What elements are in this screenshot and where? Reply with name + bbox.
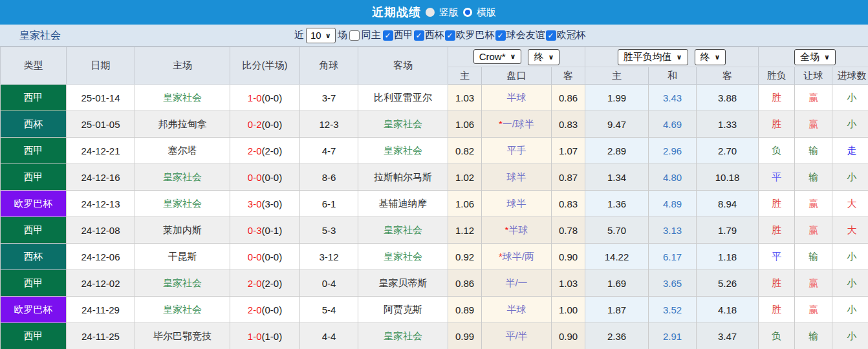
home-team: 邦弗拉甸拿	[135, 111, 230, 138]
league-checkbox-label: 球会友谊	[506, 29, 545, 41]
match-date: 24-12-08	[67, 217, 135, 244]
away-odds: 1.00	[552, 297, 585, 323]
handicap-cell: 半球	[482, 85, 552, 111]
corner-cell: 5-4	[300, 297, 358, 323]
sub-header-result: 胜负	[759, 67, 795, 85]
col-header-corner: 角球	[300, 47, 358, 85]
chevron-down-icon: ∨	[548, 53, 554, 61]
goals-result-cell: 小	[832, 111, 868, 138]
result-cell: 平	[759, 244, 795, 270]
scope-select[interactable]: 全场∨	[794, 49, 836, 65]
handicap-cell: 半球	[482, 297, 552, 323]
vertical-layout-radio[interactable]	[426, 8, 435, 17]
match-date: 24-12-16	[67, 164, 135, 191]
away-team: 皇家社会	[358, 244, 448, 270]
home-odds: 0.92	[448, 244, 482, 270]
col-header-score: 比分(半场)	[230, 47, 300, 85]
score-cell: 0-0(0-0)	[230, 164, 300, 191]
home-odds: 0.82	[448, 138, 482, 164]
top-title-bar: 近期战绩 竖版 横版	[0, 0, 868, 25]
spread-result-cell: 输	[795, 164, 832, 191]
match-date: 24-11-29	[67, 297, 135, 323]
chevron-down-icon: ∨	[677, 53, 682, 61]
avg-draw-odds: 4.80	[649, 164, 697, 191]
match-date: 25-01-05	[67, 111, 135, 138]
home-team: 干昆斯	[135, 244, 230, 270]
home-odds: 1.06	[448, 191, 482, 217]
match-date: 24-12-06	[67, 244, 135, 270]
home-team: 皇家社会	[135, 85, 230, 111]
away-team: 皇家社会	[358, 217, 448, 244]
avg-away-odds: 5.26	[697, 270, 759, 297]
score-cell: 2-0(2-0)	[230, 138, 300, 164]
home-team: 塞尔塔	[135, 138, 230, 164]
home-odds: 0.89	[448, 297, 482, 323]
horizontal-layout-radio[interactable]	[463, 8, 472, 17]
avg-draw-odds: 2.91	[649, 323, 697, 349]
match-date: 24-12-13	[67, 191, 135, 217]
home-team: 皇家社会	[135, 270, 230, 297]
col-header-home: 主场	[135, 47, 230, 85]
league-badge: 欧罗巴杯	[1, 297, 67, 323]
away-team: 阿贾克斯	[358, 297, 448, 323]
league-checkbox[interactable]: ✓	[445, 30, 455, 41]
odds-final-select[interactable]: 终∨	[528, 49, 559, 65]
results-table: 类型 日期 主场 比分(半场) 角球 客场 Crow*∨终∨ 胜平负均值∨终∨ …	[0, 47, 868, 349]
league-badge: 西甲	[1, 138, 67, 164]
home-odds: 1.12	[448, 217, 482, 244]
result-cell: 胜	[759, 85, 795, 111]
away-odds: 0.78	[552, 217, 585, 244]
sub-header-avg-away: 客	[697, 67, 759, 85]
league-checkbox[interactable]: ✓	[495, 30, 506, 41]
home-odds: 1.02	[448, 164, 482, 191]
avg-away-odds: 10.18	[697, 164, 759, 191]
league-badge: 西甲	[1, 164, 67, 191]
avg-away-odds: 1.18	[697, 244, 759, 270]
avg-away-odds: 3.47	[697, 323, 759, 349]
table-row: 西甲24-11-25毕尔巴鄂竞技1-0(1-0)4-4皇家社会0.99平/半0.…	[1, 323, 868, 349]
league-checkbox[interactable]: ✓	[414, 30, 424, 41]
home-odds: 1.06	[448, 111, 482, 138]
goals-result-cell: 小	[832, 244, 868, 270]
avg-draw-odds: 2.96	[649, 138, 697, 164]
avg-draw-odds: 3.13	[649, 217, 697, 244]
league-checkbox[interactable]: ✓	[383, 30, 393, 41]
recent-count-select[interactable]: 10 ∨	[306, 28, 336, 43]
home-team: 皇家社会	[135, 191, 230, 217]
avg-draw-odds: 3.52	[649, 297, 697, 323]
avg-away-odds: 3.88	[697, 85, 759, 111]
away-odds: 0.90	[552, 323, 585, 349]
avg-home-odds: 9.47	[585, 111, 649, 138]
match-date: 24-12-21	[67, 138, 135, 164]
match-date: 24-11-25	[67, 323, 135, 349]
avg-final-select[interactable]: 终∨	[695, 49, 726, 65]
chevron-down-icon: ∨	[824, 53, 830, 61]
corner-cell: 3-12	[300, 244, 358, 270]
league-badge: 西甲	[1, 323, 67, 349]
result-cell: 平	[759, 164, 795, 191]
league-badge: 西甲	[1, 85, 67, 111]
goals-result-cell: 大	[832, 217, 868, 244]
home-odds: 0.86	[448, 270, 482, 297]
result-cell: 胜	[759, 111, 795, 138]
avg-odds-select[interactable]: 胜平负均值∨	[618, 49, 688, 65]
league-checkbox[interactable]: ✓	[546, 30, 556, 41]
avg-home-odds: 1.99	[585, 85, 649, 111]
spread-result-cell: 赢	[795, 191, 832, 217]
same-home-checkbox[interactable]	[349, 30, 360, 41]
league-badge: 西甲	[1, 270, 67, 297]
table-row: 欧罗巴杯24-12-13皇家社会3-0(3-0)6-1基辅迪纳摩1.06球半0.…	[1, 191, 868, 217]
bookmaker-select[interactable]: Crow*∨	[473, 49, 522, 64]
table-row: 西甲24-12-21塞尔塔2-0(2-0)4-7皇家社会0.82平手1.072.…	[1, 138, 868, 164]
spread-result-cell: 赢	[795, 85, 832, 111]
spread-result-cell: 赢	[795, 270, 832, 297]
vertical-layout-label: 竖版	[439, 6, 459, 19]
chevron-down-icon: ∨	[325, 29, 331, 42]
score-cell: 0-2(0-0)	[230, 111, 300, 138]
avg-away-odds: 8.94	[697, 191, 759, 217]
col-header-date: 日期	[67, 47, 135, 85]
league-checkbox-label: 欧冠杯	[557, 29, 586, 41]
goals-result-cell: 小	[832, 297, 868, 323]
away-team: 拉斯帕尔马斯	[358, 164, 448, 191]
home-odds: 1.03	[448, 85, 482, 111]
